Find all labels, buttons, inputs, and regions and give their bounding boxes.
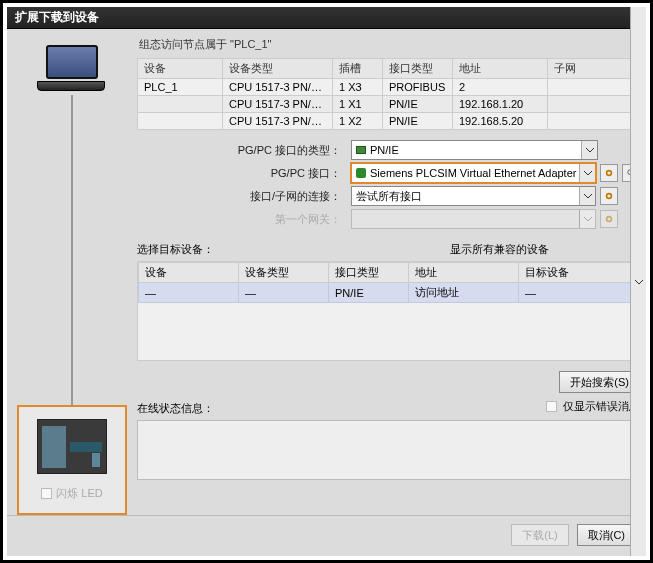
connection-settings-button[interactable]: [600, 187, 618, 205]
pgpc-interface-combo[interactable]: Siemens PLCSIM Virtual Ethernet Adapter: [351, 163, 596, 183]
flash-led-checkbox: [41, 488, 52, 499]
download-button: 下载(L): [511, 524, 568, 546]
access-nodes-table: 设备 设备类型 插槽 接口类型 地址 子网 PLC_1CPU 1517-3 PN…: [137, 58, 640, 130]
col-device: 设备: [138, 59, 223, 79]
pnie-icon: [356, 146, 366, 154]
conn-label: 接口/子网的连接：: [137, 189, 347, 204]
col-iftype: 接口类型: [383, 59, 453, 79]
table-row[interactable]: CPU 1517-3 PN/DP1 X2PN/IE192.168.5.20: [138, 113, 640, 130]
flash-led-label: 闪烁 LED: [56, 486, 102, 501]
col-addr: 地址: [453, 59, 548, 79]
access-node-label: 组态访问节点属于 "PLC_1": [139, 37, 640, 52]
start-search-button[interactable]: 开始搜索(S): [559, 371, 640, 393]
col-addr: 地址: [409, 263, 519, 283]
laptop-icon: [37, 45, 107, 95]
target-devices-table: 设备 设备类型 接口类型 地址 目标设备 — — PN/IE 访问地址 —: [137, 261, 640, 361]
col-slot: 插槽: [333, 59, 383, 79]
gateway-settings-button: [600, 210, 618, 228]
if-label: PG/PC 接口：: [137, 166, 347, 181]
table-row[interactable]: CPU 1517-3 PN/DP1 X1PN/IE192.168.1.20: [138, 96, 640, 113]
target-filter-combo[interactable]: 显示所有兼容的设备: [450, 242, 640, 257]
adapter-icon: [356, 168, 366, 178]
col-device: 设备: [139, 263, 239, 283]
errors-only-label: 仅显示错误消息: [563, 399, 640, 414]
col-devtype: 设备类型: [239, 263, 329, 283]
chevron-down-icon: [581, 141, 597, 159]
select-target-label: 选择目标设备：: [137, 242, 214, 257]
device-preview-box: 闪烁 LED: [17, 405, 127, 515]
status-message-box: [137, 420, 640, 480]
connection-line: [71, 95, 73, 405]
cancel-button[interactable]: 取消(C): [577, 524, 636, 546]
chevron-down-icon: [579, 187, 595, 205]
col-devtype: 设备类型: [223, 59, 333, 79]
window-title: 扩展下载到设备: [15, 9, 99, 26]
plc-device-icon: [37, 419, 107, 474]
title-bar: 扩展下载到设备: [7, 7, 646, 29]
col-iftype: 接口类型: [329, 263, 409, 283]
chevron-down-icon: [630, 29, 646, 515]
table-row[interactable]: — — PN/IE 访问地址 —: [139, 283, 639, 303]
chevron-down-icon: [579, 210, 595, 228]
gateway-combo: [351, 209, 596, 229]
errors-only-checkbox[interactable]: [546, 401, 557, 412]
table-row[interactable]: PLC_1CPU 1517-3 PN/DP1 X3PROFIBUS2: [138, 79, 640, 96]
left-column: 闪烁 LED: [13, 35, 131, 515]
connection-combo[interactable]: 尝试所有接口: [351, 186, 596, 206]
footer: 下载(L) 取消(C): [7, 515, 646, 556]
col-subnet: 子网: [548, 59, 640, 79]
pgpc-interface-type-combo[interactable]: PN/IE: [351, 140, 598, 160]
iftype-label: PG/PC 接口的类型：: [137, 143, 347, 158]
interface-settings-button[interactable]: [600, 164, 618, 182]
col-target: 目标设备: [519, 263, 639, 283]
chevron-down-icon: [579, 164, 595, 182]
gateway-label: 第一个网关：: [137, 212, 347, 227]
svg-point-3: [607, 194, 612, 199]
svg-point-0: [607, 171, 612, 176]
svg-point-4: [607, 217, 612, 222]
online-status-label: 在线状态信息：: [137, 401, 214, 416]
